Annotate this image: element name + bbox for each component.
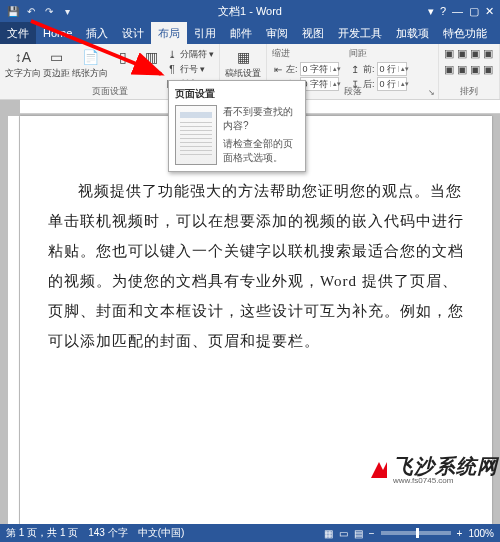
document-body-text[interactable]: 视频提供了功能强大的方法帮助您证明您的观点。当您单击联机视频时，可以在想要添加的… (48, 176, 464, 356)
redo-icon[interactable]: ↷ (42, 4, 56, 18)
orientation-icon: 📄 (80, 47, 100, 67)
status-page[interactable]: 第 1 页，共 1 页 (6, 526, 78, 540)
selection-pane-icon[interactable]: ▣ (444, 63, 454, 76)
window-title: 文档1 - Word (218, 4, 282, 19)
line-numbers-icon: ¶ (166, 63, 178, 75)
tab-layout[interactable]: 布局 (151, 22, 187, 44)
close-icon[interactable]: ✕ (485, 5, 494, 18)
margins-label: 页边距 (43, 67, 70, 80)
send-backward-icon[interactable]: ▣ (483, 47, 493, 60)
quick-access-toolbar: 💾 ↶ ↷ ▾ (0, 4, 74, 18)
title-bar: 💾 ↶ ↷ ▾ 文档1 - Word ▾ ? — ▢ ✕ (0, 0, 500, 22)
spacing-header: 间距 (349, 47, 407, 60)
qat-dropdown-icon[interactable]: ▾ (60, 4, 74, 18)
watermark-logo-icon (369, 460, 389, 480)
spacing-before-field[interactable]: 0 行▴▾ (377, 62, 408, 76)
tooltip-line-2: 请检查全部的页面格式选项。 (223, 137, 299, 165)
align-icon[interactable]: ▣ (457, 63, 467, 76)
zoom-out-button[interactable]: − (369, 528, 375, 539)
size-icon: ▯ (113, 47, 133, 67)
tooltip-line-1: 看不到要查找的内容? (223, 105, 299, 133)
vertical-ruler[interactable] (8, 116, 20, 524)
zoom-in-button[interactable]: + (457, 528, 463, 539)
bring-forward-icon[interactable]: ▣ (470, 47, 480, 60)
indent-header: 缩进 (272, 47, 339, 60)
tab-addins[interactable]: 加载项 (389, 22, 436, 44)
maximize-icon[interactable]: ▢ (469, 5, 479, 18)
tooltip-title: 页面设置 (175, 87, 299, 101)
group-icon[interactable]: ▣ (470, 63, 480, 76)
watermark: 飞沙系统网 www.fs0745.com (369, 455, 498, 486)
tooltip-thumbnail (175, 105, 217, 165)
position-icon[interactable]: ▣ (444, 47, 454, 60)
watermark-brand: 飞沙系统网 (393, 455, 498, 477)
spacing-before-value: 0 行 (378, 63, 399, 76)
group-arrange: ▣ ▣ ▣ ▣ ▣ ▣ ▣ ▣ 排列 (439, 44, 500, 99)
breaks-button[interactable]: ⤓分隔符▾ (166, 47, 214, 61)
undo-icon[interactable]: ↶ (24, 4, 38, 18)
indent-left-value: 0 字符 (301, 63, 331, 76)
tab-mailings[interactable]: 邮件 (223, 22, 259, 44)
tab-design[interactable]: 设计 (115, 22, 151, 44)
status-word-count[interactable]: 143 个字 (88, 526, 127, 540)
view-read-mode-icon[interactable]: ▭ (339, 528, 348, 539)
ribbon-options-icon[interactable]: ▾ (428, 5, 434, 18)
tab-file[interactable]: 文件 (0, 22, 36, 44)
watermark-url: www.fs0745.com (393, 477, 498, 486)
group-arrange-label: 排列 (439, 85, 499, 98)
paragraph-launcher[interactable]: ↘ (426, 88, 436, 98)
view-print-layout-icon[interactable]: ▦ (324, 528, 333, 539)
indent-left-icon: ⇤ (272, 63, 284, 75)
status-bar: 第 1 页，共 1 页 143 个字 中文(中国) ▦ ▭ ▤ − + 100% (0, 524, 500, 542)
breaks-icon: ⤓ (166, 48, 178, 60)
minimize-icon[interactable]: — (452, 5, 463, 18)
ribbon-tabs: 文件 Home 插入 设计 布局 引用 邮件 审阅 视图 开发工具 加载项 特色… (0, 22, 500, 44)
margins-icon: ▭ (47, 47, 67, 67)
text-direction-icon: ↕A (13, 47, 33, 67)
wrap-text-icon[interactable]: ▣ (457, 47, 467, 60)
tab-references[interactable]: 引用 (187, 22, 223, 44)
tab-review[interactable]: 审阅 (259, 22, 295, 44)
manuscript-label: 稿纸设置 (225, 67, 261, 80)
text-direction-label: 文字方向 (5, 67, 41, 80)
manuscript-icon: ▦ (233, 47, 253, 67)
orientation-label: 纸张方向 (72, 67, 108, 80)
help-icon[interactable]: ? (440, 5, 446, 18)
columns-icon: ▥ (141, 47, 161, 67)
status-language[interactable]: 中文(中国) (138, 526, 185, 540)
window-controls: ▾ ? — ▢ ✕ (428, 5, 500, 18)
view-web-layout-icon[interactable]: ▤ (354, 528, 363, 539)
tab-pdf[interactable]: 福昕PDF (494, 22, 500, 44)
tab-special[interactable]: 特色功能 (436, 22, 494, 44)
save-icon[interactable]: 💾 (6, 4, 20, 18)
spacing-before-icon: ↥ (349, 63, 361, 75)
indent-left-field[interactable]: 0 字符▴▾ (300, 62, 340, 76)
line-numbers-button[interactable]: ¶行号▾ (166, 62, 214, 76)
zoom-slider[interactable] (381, 531, 451, 535)
tab-developer[interactable]: 开发工具 (331, 22, 389, 44)
rotate-icon[interactable]: ▣ (483, 63, 493, 76)
tab-view[interactable]: 视图 (295, 22, 331, 44)
page-setup-tooltip: 页面设置 看不到要查找的内容? 请检查全部的页面格式选项。 (168, 80, 306, 172)
manuscript-button[interactable]: ▦ 稿纸设置 (225, 47, 261, 80)
tab-home[interactable]: Home (36, 22, 79, 44)
zoom-level[interactable]: 100% (468, 528, 494, 539)
tab-insert[interactable]: 插入 (79, 22, 115, 44)
